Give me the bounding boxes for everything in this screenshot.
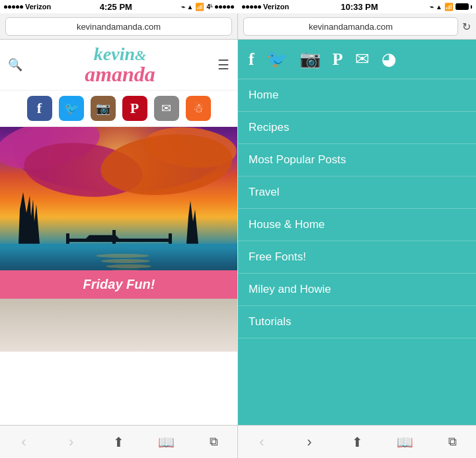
nav-menu: Home Recipes Most Popular Posts Travel H… <box>238 79 476 425</box>
left-status-bar: Verizon 4:25 PM ⌁ ▲ 📶 4ᴸ <box>0 0 238 13</box>
left-url-bar: kevinandamanda.com <box>0 13 238 40</box>
right-email-icon[interactable]: ✉ <box>355 49 370 69</box>
nav-item-miley[interactable]: Miley and Howie <box>238 274 476 306</box>
left-url-input[interactable]: kevinandamanda.com <box>5 17 232 36</box>
tabs-button-left[interactable]: ⧉ <box>199 428 228 457</box>
tabs-button-right[interactable]: ⧉ <box>438 428 467 457</box>
wifi-icon: 📶 <box>195 3 204 11</box>
email-icon[interactable]: ✉ <box>154 96 179 121</box>
right-wifi-icon: 📶 <box>444 3 454 11</box>
right-carrier-group: Verizon <box>242 3 289 11</box>
left-panel: 🔍 kevin& amanda ☰ f 🐦 📷 P <box>0 40 238 425</box>
instagram-icon[interactable]: 📷 <box>91 96 116 121</box>
pinterest-icon[interactable]: P <box>122 96 147 121</box>
nav-item-house[interactable]: House & Home <box>238 209 476 241</box>
left-carrier: Verizon <box>25 3 51 11</box>
right-pinterest-icon[interactable]: P <box>333 50 343 69</box>
main-content: 🔍 kevin& amanda ☰ f 🐦 📷 P <box>0 40 476 425</box>
left-time: 4:25 PM <box>100 2 132 12</box>
social-row: f 🐦 📷 P ✉ ☃ <box>0 91 237 127</box>
right-facebook-icon[interactable]: f <box>249 50 255 69</box>
logo-kevin: kevin& <box>94 45 146 63</box>
signal-4g: 4ᴸ <box>206 3 213 11</box>
hero-caption: Friday Fun! <box>0 270 238 299</box>
second-image <box>0 299 238 352</box>
bluetooth-icon: ⌁ <box>181 3 185 11</box>
email-envelope: ✉ <box>161 101 171 116</box>
facebook-icon[interactable]: f <box>27 96 52 121</box>
pinterest-p: P <box>130 100 139 117</box>
right-panel: f 🐦 📷 P ✉ ◕ Home Recipes Most Popular Po… <box>238 40 476 425</box>
right-instagram-icon[interactable]: 📷 <box>299 49 321 69</box>
left-toolbar: ‹ › ⬆ 📖 ⧉ <box>0 426 238 458</box>
signal-dots-2 <box>215 5 234 9</box>
right-carrier: Verizon <box>263 3 289 11</box>
nav-item-tutorials[interactable]: Tutorials <box>238 306 476 338</box>
facebook-letter: f <box>37 100 42 117</box>
refresh-button[interactable]: ↻ <box>462 20 471 33</box>
search-icon[interactable]: 🔍 <box>8 57 22 72</box>
right-bluetooth-icon: ⌁ <box>430 3 434 11</box>
twitter-icon[interactable]: 🐦 <box>59 96 84 121</box>
forward-button-right[interactable]: › <box>295 428 324 457</box>
right-url-input[interactable]: kevinandamanda.com <box>243 17 458 36</box>
instagram-camera: 📷 <box>96 101 110 116</box>
status-bars: Verizon 4:25 PM ⌁ ▲ 📶 4ᴸ <box>0 0 476 13</box>
share-button-left[interactable]: ⬆ <box>104 428 133 457</box>
site-header: 🔍 kevin& amanda ☰ <box>0 40 237 91</box>
back-button-right: ‹ <box>247 428 276 457</box>
url-bars: kevinandamanda.com kevinandamanda.com ↻ <box>0 13 476 40</box>
signal-dots <box>4 5 23 9</box>
hero-image: Friday Fun! <box>0 127 238 299</box>
nav-item-fonts[interactable]: Free Fonts! <box>238 241 476 274</box>
hamburger-icon[interactable]: ☰ <box>218 57 229 73</box>
battery-icon <box>456 3 469 10</box>
twitter-bird: 🐦 <box>64 101 79 116</box>
rss-symbol: ☃ <box>193 101 204 116</box>
right-toolbar: ‹ › ⬆ 📖 ⧉ <box>238 426 476 458</box>
right-signal-icon: ▲ <box>436 3 442 11</box>
share-button-right[interactable]: ⬆ <box>342 428 372 457</box>
right-url-bar: kevinandamanda.com ↻ <box>238 13 476 40</box>
right-time: 10:33 PM <box>340 2 377 12</box>
nav-item-travel[interactable]: Travel <box>238 176 476 209</box>
logo-amanda: amanda <box>85 63 155 85</box>
right-signal-dots <box>242 5 261 9</box>
battery-tip <box>471 5 472 9</box>
nav-item-recipes[interactable]: Recipes <box>238 112 476 144</box>
right-twitter-icon[interactable]: 🐦 <box>266 49 288 69</box>
bookmarks-button-left[interactable]: 📖 <box>151 428 180 457</box>
back-button-left: ‹ <box>9 428 38 457</box>
bookmarks-button-right[interactable]: 📖 <box>390 428 419 457</box>
right-status-bar: Verizon 10:33 PM ⌁ ▲ 📶 <box>238 0 476 13</box>
left-icons: ⌁ ▲ 📶 4ᴸ <box>181 3 234 11</box>
right-social-row: f 🐦 📷 P ✉ ◕ <box>238 40 476 79</box>
right-rss-icon[interactable]: ◕ <box>381 49 397 69</box>
signal-strength: ▲ <box>187 3 194 11</box>
rss-icon[interactable]: ☃ <box>186 96 211 121</box>
right-icons: ⌁ ▲ 📶 <box>430 3 472 11</box>
left-carrier-group: Verizon <box>4 3 51 11</box>
forward-button-left: › <box>57 428 86 457</box>
nav-item-popular[interactable]: Most Popular Posts <box>238 144 476 176</box>
logo: kevin& amanda <box>85 45 155 85</box>
nav-item-home[interactable]: Home <box>238 79 476 112</box>
bottom-toolbars: ‹ › ⬆ 📖 ⧉ ‹ › ⬆ 📖 ⧉ <box>0 425 476 458</box>
